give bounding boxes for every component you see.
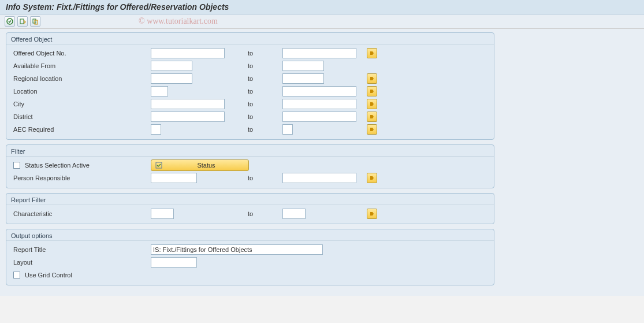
watermark: © www.tutorialkart.com xyxy=(139,17,218,26)
to-label: to xyxy=(225,50,282,57)
label-regional-location: Regional location xyxy=(13,75,151,82)
input-report-title[interactable] xyxy=(151,244,323,255)
execute-button[interactable] xyxy=(5,16,15,27)
label-offered-object-no: Offered Object No. xyxy=(13,50,151,57)
group-offered-object: Offered Object Offered Object No. to Ava… xyxy=(6,32,494,140)
get-variant-button[interactable] xyxy=(17,16,28,27)
row-status-selection: Status Selection Active Status xyxy=(6,159,494,172)
row-city: City to xyxy=(6,98,494,110)
input-location-from[interactable] xyxy=(151,86,168,96)
row-district: District to xyxy=(6,110,494,123)
input-offered-object-no-from[interactable] xyxy=(151,48,225,58)
input-regional-location-to[interactable] xyxy=(282,73,324,84)
input-regional-location-from[interactable] xyxy=(151,73,192,84)
label-location: Location xyxy=(13,88,151,95)
multi-select-district[interactable] xyxy=(367,112,377,122)
row-use-grid: Use Grid Control xyxy=(6,269,494,281)
input-aec-required-to[interactable] xyxy=(282,124,293,135)
group-output-options: Output options Report Title Layout Use G… xyxy=(6,229,494,285)
checkbox-status-selection[interactable] xyxy=(13,162,20,169)
label-status-selection: Status Selection Active xyxy=(13,162,151,169)
input-district-from[interactable] xyxy=(151,112,225,122)
row-regional-location: Regional location to xyxy=(6,72,494,85)
input-person-responsible-to[interactable] xyxy=(282,173,356,183)
label-report-title: Report Title xyxy=(13,246,151,253)
toolbar: © www.tutorialkart.com xyxy=(0,14,644,29)
status-button-label: Status xyxy=(167,162,245,169)
multi-select-aec-required[interactable] xyxy=(367,124,377,135)
input-available-from-to[interactable] xyxy=(282,61,324,71)
input-available-from-from[interactable] xyxy=(151,61,192,71)
label-district: District xyxy=(13,113,151,120)
multi-select-person-responsible[interactable] xyxy=(367,173,377,183)
row-person-responsible: Person Responsible to xyxy=(6,172,494,184)
group-title-report-filter: Report Filter xyxy=(6,195,494,205)
status-select-icon xyxy=(155,161,163,169)
row-report-title: Report Title xyxy=(6,243,494,256)
label-person-responsible: Person Responsible xyxy=(13,175,151,181)
row-layout: Layout xyxy=(6,256,494,269)
status-button[interactable]: Status xyxy=(151,159,249,171)
to-label: to xyxy=(225,113,282,120)
row-characteristic: Characteristic to xyxy=(6,207,494,220)
row-location: Location to xyxy=(6,85,494,98)
group-report-filter: Report Filter Characteristic to xyxy=(6,193,494,224)
label-aec-required: AEC Required xyxy=(13,126,151,133)
input-person-responsible-from[interactable] xyxy=(151,173,197,183)
row-offered-object-no: Offered Object No. to xyxy=(6,47,494,60)
multi-select-regional-location[interactable] xyxy=(367,73,377,84)
input-district-to[interactable] xyxy=(282,112,356,122)
input-characteristic-from[interactable] xyxy=(151,209,174,219)
svg-rect-4 xyxy=(156,162,162,168)
group-title-output: Output options xyxy=(6,231,494,241)
label-layout: Layout xyxy=(13,259,151,266)
to-label: to xyxy=(225,210,282,217)
row-available-from: Available From to xyxy=(6,60,494,72)
to-label: to xyxy=(225,101,282,107)
input-layout[interactable] xyxy=(151,257,197,268)
label-status-selection-text: Status Selection Active xyxy=(25,162,90,169)
row-aec-required: AEC Required to xyxy=(6,123,494,136)
input-city-to[interactable] xyxy=(282,99,356,109)
group-title-filter: Filter xyxy=(6,146,494,157)
to-label: to xyxy=(225,75,282,82)
to-label: to xyxy=(225,126,282,133)
label-characteristic: Characteristic xyxy=(13,210,151,217)
input-offered-object-no-to[interactable] xyxy=(282,48,356,58)
multi-select-offered-object-no[interactable] xyxy=(367,48,377,58)
to-label: to xyxy=(225,88,282,95)
label-city: City xyxy=(13,101,151,107)
svg-rect-1 xyxy=(20,19,24,24)
label-use-grid: Use Grid Control xyxy=(13,272,151,279)
label-use-grid-text: Use Grid Control xyxy=(25,272,72,279)
content-area: Offered Object Offered Object No. to Ava… xyxy=(0,29,644,296)
multi-select-location[interactable] xyxy=(367,86,377,96)
multi-select-characteristic[interactable] xyxy=(367,209,377,219)
input-aec-required-from[interactable] xyxy=(151,124,161,135)
multi-select-city[interactable] xyxy=(367,99,377,109)
input-city-from[interactable] xyxy=(151,99,225,109)
to-label: to xyxy=(225,175,282,181)
group-filter: Filter Status Selection Active Status Pe… xyxy=(6,144,494,188)
label-available-from: Available From xyxy=(13,62,151,69)
to-label: to xyxy=(225,62,282,69)
page-title: Info System: Fixt./Fittings for Offered/… xyxy=(0,0,644,14)
input-characteristic-to[interactable] xyxy=(282,209,306,219)
checkbox-use-grid[interactable] xyxy=(13,272,20,279)
group-title-offered: Offered Object xyxy=(6,34,494,44)
input-location-to[interactable] xyxy=(282,86,356,96)
save-variant-button[interactable] xyxy=(30,16,40,27)
